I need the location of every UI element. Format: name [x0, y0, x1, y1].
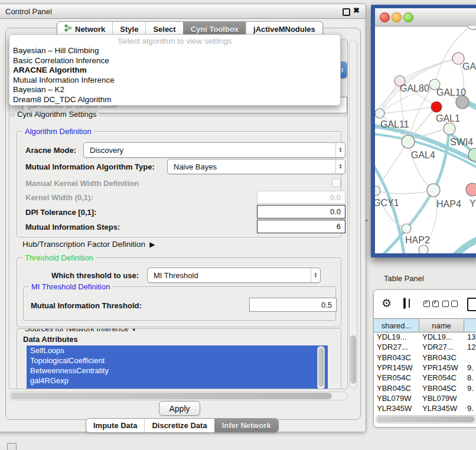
- aracne-mode-combo[interactable]: Discovery ▲▼: [83, 142, 345, 158]
- network-node[interactable]: [456, 96, 469, 109]
- table-cell: YPR145W: [374, 363, 419, 372]
- export-table-icon[interactable]: [467, 298, 476, 311]
- network-edge[interactable]: [380, 81, 400, 112]
- table-panel-title: Table Panel: [384, 274, 424, 283]
- tab-network-label: Network: [75, 25, 105, 34]
- algorithm-option-mutual-information-inference[interactable]: Mutual Information Inference: [9, 76, 340, 86]
- horizontal-scrollbar[interactable]: [9, 392, 348, 400]
- bottom-tab-impute-data-label: Impute Data: [93, 421, 137, 430]
- network-node-label: GAL80: [400, 83, 429, 93]
- network-node-label: GAL: [462, 61, 476, 71]
- minimize-traffic-light-icon[interactable]: [392, 12, 402, 22]
- attribute-item-gal4rgexp[interactable]: gal4RGexp: [27, 376, 328, 386]
- float-window-icon[interactable]: [343, 8, 350, 16]
- table-row[interactable]: YER054CYER054C8.: [374, 373, 476, 383]
- deselect-all-checkboxes-icon[interactable]: [442, 301, 458, 307]
- vertical-scrollbar-thumb[interactable]: [350, 335, 356, 384]
- control-panel-titlebar[interactable]: Control Panel ✖: [0, 4, 366, 19]
- bottom-tab-infer-network[interactable]: Infer Network: [214, 419, 278, 432]
- column-header-name[interactable]: name: [419, 319, 464, 332]
- table-body[interactable]: YDL19...YDL19...13YDR27...YDR27...12YBR0…: [374, 332, 476, 415]
- table-cell: YLR345W: [419, 404, 464, 413]
- table-row[interactable]: YDR27...YDR27...12: [374, 342, 476, 352]
- network-node[interactable]: [431, 102, 442, 112]
- algorithm-option-basic-correlation-inference[interactable]: Basic Correlation Inference: [9, 56, 340, 66]
- table-cell: YBR045C: [374, 384, 419, 393]
- network-node-y[interactable]: [466, 183, 476, 196]
- kernel-width-field[interactable]: 0.0: [257, 191, 345, 204]
- column-header-shared-name[interactable]: shared...: [374, 319, 419, 332]
- network-node-hap4[interactable]: [427, 184, 440, 197]
- table-header-row[interactable]: shared... name: [374, 318, 476, 332]
- corner-widget-icon[interactable]: [7, 443, 17, 450]
- column-header-partial[interactable]: [464, 319, 476, 332]
- network-edge[interactable]: [382, 107, 435, 113]
- network-edge[interactable]: [377, 191, 431, 194]
- algorithm-option-bayesian-k2[interactable]: Bayesian – K2: [9, 85, 340, 95]
- network-edge[interactable]: [407, 192, 433, 227]
- mi-threshold-field[interactable]: 0.5: [249, 298, 337, 312]
- manual-kernel-checkbox[interactable]: [332, 178, 341, 187]
- hub-definition-expander[interactable]: Hub/Transcription Factor Definition ▶: [22, 240, 155, 249]
- which-threshold-combo[interactable]: MI Threshold ▲▼: [147, 268, 321, 283]
- horizontal-scrollbar-thumb[interactable]: [11, 393, 332, 399]
- algorithm-popup: Select algorithm to view settings Bayesi…: [9, 34, 341, 106]
- network-edge[interactable]: [401, 58, 458, 80]
- mi-steps-field[interactable]: 6: [257, 220, 345, 233]
- table-row[interactable]: YPR145WYPR145W9.: [374, 363, 476, 373]
- expand-down-icon[interactable]: ▼: [131, 328, 137, 332]
- attribute-item-betweennesscentrality[interactable]: BetweennessCentrality: [27, 366, 328, 376]
- close-icon[interactable]: ✖: [353, 6, 360, 15]
- gear-icon[interactable]: ⚙: [382, 296, 392, 310]
- dpi-tolerance-field[interactable]: 0.0: [257, 205, 345, 219]
- table-row[interactable]: YBR045CYBR045C9.: [374, 383, 476, 393]
- network-edge[interactable]: [454, 239, 476, 253]
- vertical-scrollbar[interactable]: [349, 40, 357, 389]
- network-node[interactable]: [419, 245, 428, 253]
- network-node-gcy1[interactable]: [375, 186, 380, 195]
- network-node-label: SWI4: [450, 137, 473, 147]
- network-window-titlebar[interactable]: [375, 8, 476, 27]
- data-attributes-list[interactable]: SelfLoopsTopologicalCoefficientBetweenne…: [27, 345, 328, 389]
- network-node-gal11[interactable]: [375, 109, 384, 118]
- table-row[interactable]: YDL19...YDL19...13: [374, 332, 476, 342]
- table-row[interactable]: YIL052CYIL052C9: [374, 413, 476, 415]
- network-node-gal1[interactable]: [444, 123, 455, 135]
- table-cell: YBL079W: [374, 394, 419, 403]
- mi-steps-label: Mutual Information Steps:: [25, 223, 120, 231]
- kernel-width-label: Kernel Width (0,1):: [25, 193, 93, 202]
- panel-divider-arrow[interactable]: ◂: [364, 217, 367, 223]
- network-node-gal4[interactable]: [402, 135, 415, 148]
- apply-button[interactable]: Apply: [159, 401, 200, 416]
- table-cell: YDL19...: [374, 332, 419, 341]
- cyni-algorithm-settings-group: Cyni Algorithm Settings Algorithm Defini…: [9, 114, 348, 389]
- tab-cyni-toolbox-label: Cyni Toolbox: [191, 25, 239, 34]
- network-edge[interactable]: [377, 143, 407, 190]
- table-row[interactable]: YBL079WYBL079W: [374, 393, 476, 403]
- network-node[interactable]: [467, 26, 476, 30]
- bottom-tab-impute-data[interactable]: Impute Data: [86, 419, 144, 432]
- network-node-label: GAL1: [436, 113, 460, 123]
- bottom-tab-discretize-data[interactable]: Discretize Data: [144, 419, 214, 432]
- attribute-item-selfloops[interactable]: SelfLoops: [27, 345, 328, 356]
- network-graph[interactable]: GALGAL80GAL10GAL1GAL11GAL4SWI4HAP4YGCY1H…: [375, 26, 476, 253]
- attribute-item-topologicalcoefficient[interactable]: TopologicalCoefficient: [27, 356, 328, 366]
- network-canvas-area[interactable]: GALGAL80GAL10GAL1GAL11GAL4SWI4HAP4YGCY1H…: [375, 8, 476, 253]
- algorithm-option-dream8-dc-tdc-algorithm[interactable]: Dream8 DC_TDC Algorithm: [9, 95, 340, 105]
- algorithm-definition-group: Algorithm Definition Aracne Mode: Discov…: [17, 131, 341, 237]
- table-row[interactable]: YLR345WYLR345W9.: [374, 403, 476, 413]
- zoom-traffic-light-icon[interactable]: [403, 12, 413, 22]
- table-row[interactable]: YBR043CYBR043C: [374, 353, 476, 363]
- attribute-item-partial[interactable]: [27, 386, 328, 389]
- select-all-checkboxes-icon[interactable]: [423, 301, 439, 307]
- network-node-hap2[interactable]: [402, 224, 411, 233]
- network-edge[interactable]: [435, 26, 472, 83]
- algorithm-option-aracne-algorithm[interactable]: ARACNE Algorithm: [9, 66, 340, 76]
- columns-icon[interactable]: [403, 298, 406, 309]
- close-traffic-light-icon[interactable]: [380, 12, 390, 22]
- algorithm-option-bayesian-hill-climbing[interactable]: Bayesian – Hill Climbing: [9, 46, 340, 56]
- mi-type-combo[interactable]: Naive Bayes ▲▼: [167, 159, 345, 174]
- table-horizontal-scrollbar[interactable]: [376, 415, 476, 423]
- table-cell: YLR345W: [374, 404, 419, 413]
- attributes-scrollbar[interactable]: [317, 346, 325, 389]
